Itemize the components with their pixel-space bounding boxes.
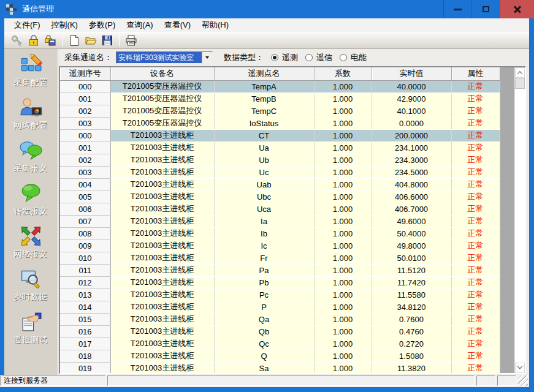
window-bottom-border <box>0 387 534 392</box>
window-title: 通信管理 <box>22 4 54 15</box>
open-file-button[interactable] <box>84 34 97 47</box>
table-row[interactable]: 003 T201003主进线柜 Uc 1.000 234.5000 正常 <box>60 166 500 178</box>
table-row[interactable]: 008 T201003主进线柜 Ib 1.000 50.4000 正常 <box>60 227 500 239</box>
menu-params[interactable]: 参数(P) <box>83 18 121 32</box>
combobox-dropdown-button[interactable] <box>202 52 212 63</box>
sidebar: 采集配置 网络配置 <box>4 49 58 375</box>
status-panel <box>497 375 516 386</box>
resize-grip[interactable] <box>518 375 528 386</box>
radio-icon <box>305 54 313 61</box>
menu-view[interactable]: 查看(V) <box>159 18 196 32</box>
table-header-row: 遥测序号 设备名 遥测点名 系数 实时值 属性 <box>60 67 500 80</box>
dropdown-arrow-icon <box>205 56 209 59</box>
table-row[interactable]: 000 T201005变压器温控仪 TempA 1.000 40.0000 正常 <box>60 80 500 92</box>
table-row[interactable]: 015 T201003主进线柜 Qa 1.000 0.7600 正常 <box>60 313 500 325</box>
app-icon <box>6 4 17 15</box>
table-row[interactable]: 016 T201003主进线柜 Qb 1.000 0.4760 正常 <box>60 325 500 337</box>
menu-bar: 文件(F) 控制(K) 参数(P) 查询(A) 查看(V) 帮助(H) <box>4 18 529 32</box>
close-button[interactable] <box>500 0 534 18</box>
radio-telemetry[interactable]: 遥测 <box>271 52 298 63</box>
save-file-button[interactable] <box>101 34 114 47</box>
permission-icon <box>44 34 56 47</box>
channel-value: 安科瑞F303测试实验室 <box>116 52 202 63</box>
chevron-up-icon <box>517 71 522 76</box>
new-file-button[interactable] <box>67 34 81 47</box>
channel-label: 采集通道名： <box>64 52 112 63</box>
scroll-down-button[interactable] <box>515 363 525 373</box>
toolbar-separator <box>119 34 120 47</box>
table-row[interactable]: 013 T201003主进线柜 Pc 1.000 11.5580 正常 <box>60 288 500 301</box>
col-header-value[interactable]: 实时值 <box>372 67 451 80</box>
col-header-point[interactable]: 遥测点名 <box>214 67 314 80</box>
radio-signal[interactable]: 遥信 <box>305 52 332 63</box>
table-row[interactable]: 011 T201003主进线柜 Pa 1.000 11.5120 正常 <box>60 264 500 276</box>
toolbar <box>4 32 529 49</box>
col-header-coef[interactable]: 系数 <box>314 67 372 80</box>
permission-button[interactable] <box>44 34 57 47</box>
lock-icon <box>28 34 40 47</box>
menu-file[interactable]: 文件(F) <box>9 18 46 32</box>
col-header-index[interactable]: 遥测序号 <box>60 67 110 80</box>
status-message-panel: 连接到服务器 <box>0 375 105 386</box>
table-row[interactable]: 000 T201003主进线柜 CT 1.000 200.0000 正常 <box>60 129 500 141</box>
sidebar-item-network-message[interactable]: 网络报文 <box>4 221 57 263</box>
minimize-button[interactable] <box>443 0 471 18</box>
new-file-icon <box>68 34 80 47</box>
capture-message-icon <box>18 139 44 162</box>
table-row[interactable]: 006 T201003主进线柜 Uca 1.000 406.7000 正常 <box>60 203 500 215</box>
print-button[interactable] <box>124 34 138 47</box>
key-icon <box>11 34 23 47</box>
close-icon <box>513 5 522 13</box>
menu-query[interactable]: 查询(A) <box>121 18 158 32</box>
sidebar-item-forward-message[interactable]: 转发报文 <box>4 178 57 221</box>
title-bar: 通信管理 <box>0 0 534 18</box>
radio-energy[interactable]: 电能 <box>340 52 367 63</box>
scroll-up-button[interactable] <box>515 67 525 78</box>
window-frame: 文件(F) 控制(K) 参数(P) 查询(A) 查看(V) 帮助(H) <box>0 18 534 375</box>
table-row[interactable]: 001 T201003主进线柜 Ua 1.000 234.1000 正常 <box>60 141 500 154</box>
table-row[interactable]: 017 T201003主进线柜 Qc 1.000 0.2720 正常 <box>60 337 500 350</box>
maximize-button[interactable] <box>471 0 500 18</box>
table-row[interactable]: 007 T201003主进线柜 Ia 1.000 49.6000 正常 <box>60 215 500 227</box>
menu-control[interactable]: 控制(K) <box>46 18 83 32</box>
table-row[interactable]: 009 T201003主进线柜 Ic 1.000 49.8000 正常 <box>60 239 500 252</box>
toolbar-separator <box>62 34 63 47</box>
chevron-down-icon <box>517 363 522 368</box>
status-bar: 连接到服务器 <box>0 375 534 387</box>
table-row[interactable]: 005 T201003主进线柜 Ubc 1.000 406.6000 正常 <box>60 190 500 203</box>
status-panel <box>107 375 475 386</box>
table-row[interactable]: 001 T201005变压器温控仪 TempB 1.000 42.9000 正常 <box>60 92 500 105</box>
table-row[interactable]: 002 T201005变压器温控仪 TempC 1.000 40.1000 正常 <box>60 105 500 117</box>
table-row[interactable]: 019 T201003主进线柜 Sa 1.000 11.3820 正常 <box>60 362 500 373</box>
col-header-attr[interactable]: 属性 <box>451 67 500 80</box>
sidebar-item-capture-message[interactable]: 采集报文 <box>4 135 57 178</box>
data-type-label: 数据类型： <box>224 52 264 63</box>
lock-button[interactable] <box>27 34 40 47</box>
sidebar-item-network-config[interactable]: 网络配置 <box>4 92 57 135</box>
key-button[interactable] <box>10 34 24 47</box>
col-header-device[interactable]: 设备名 <box>110 67 214 80</box>
realtime-data-icon <box>18 268 44 290</box>
table-row[interactable]: 003 T201005变压器温控仪 IoStatus 1.000 0.0000 … <box>60 117 500 129</box>
scrollbar-thumb[interactable] <box>515 78 525 89</box>
network-message-icon <box>18 225 44 247</box>
forward-message-icon <box>18 182 44 205</box>
channel-combobox[interactable]: 安科瑞F303测试实验室 <box>116 51 213 64</box>
radio-icon <box>271 54 278 61</box>
table-row[interactable]: 018 T201003主进线柜 Q 1.000 1.5080 正常 <box>60 350 500 362</box>
vertical-scrollbar[interactable] <box>514 67 525 373</box>
sidebar-item-capture-config[interactable]: 采集配置 <box>4 49 57 92</box>
main-panel: 采集通道名： 安科瑞F303测试实验室 数据类型： 遥测 遥信 电能 <box>58 49 529 375</box>
sidebar-item-remote-test[interactable]: 遥控测试 <box>4 306 57 349</box>
open-file-icon <box>85 34 97 47</box>
table-row[interactable]: 014 T201003主进线柜 P 1.000 34.8120 正常 <box>60 301 500 313</box>
table-row[interactable]: 004 T201003主进线柜 Uab 1.000 404.8000 正常 <box>60 178 500 190</box>
table-row[interactable]: 002 T201003主进线柜 Ub 1.000 234.3000 正常 <box>60 154 500 166</box>
table-row[interactable]: 012 T201003主进线柜 Pb 1.000 11.7420 正常 <box>60 276 500 288</box>
sidebar-item-realtime-data[interactable]: 实时数据 <box>4 263 57 306</box>
radio-icon <box>340 54 347 61</box>
maximize-icon <box>483 6 489 12</box>
table-row[interactable]: 010 T201003主进线柜 Fr 1.000 50.0100 正常 <box>60 252 500 264</box>
menu-help[interactable]: 帮助(H) <box>196 18 234 32</box>
data-grid: 遥测序号 设备名 遥测点名 系数 实时值 属性 000 T201005变压器温控… <box>59 66 526 374</box>
